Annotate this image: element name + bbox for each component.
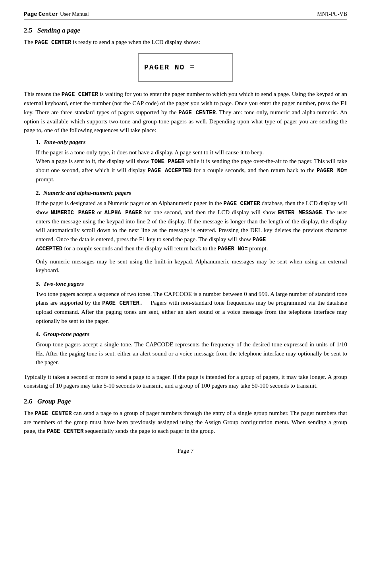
header-title: Page Center User Manual xyxy=(24,11,89,17)
section-26-body: The PAGE CENTER can send a page to a gro… xyxy=(24,409,347,436)
list-item-two-tone: 3. Two-tone pagers Two tone pagers accep… xyxy=(24,281,347,326)
list-item-numeric: 2. Numeric and alpha-numeric pagers If t… xyxy=(24,190,347,275)
header-doc-id: MNT-PC-VB xyxy=(317,11,347,17)
page-center-ref-6: PAGE CENTER xyxy=(35,410,72,417)
numeric-content: 2. Numeric and alpha-numeric pagers If t… xyxy=(24,190,347,275)
page-center-ref-1: PAGE CENTER xyxy=(35,39,71,46)
page-center-ref-4: PAGE CENTER xyxy=(224,200,260,207)
header-center-word: Center xyxy=(39,11,58,17)
tone-only-heading: 1. Tone-only pagers xyxy=(36,139,347,146)
alpha-pager-ref: ALPHA PAGER xyxy=(104,209,142,216)
section-26-heading: 2.6 Group Page xyxy=(24,398,347,405)
lcd-text: PAGER NO = xyxy=(144,63,195,71)
pager-no-ref-2: PAGER NO= xyxy=(218,246,248,252)
page-center-ref-5: PAGE CENTER. xyxy=(102,300,143,306)
two-tone-content: 3. Two-tone pagers Two tone pagers accep… xyxy=(24,281,347,326)
pager-type-list: 1. Tone-only pagers If the pager is a to… xyxy=(24,139,347,367)
page-center-ref-3: PAGE CENTER xyxy=(178,110,216,116)
section-25-heading: 2.5 Sending a page xyxy=(24,27,347,35)
section-25-closing: Typically it takes a second or more to s… xyxy=(24,373,347,390)
page-header: Page Center User Manual MNT-PC-VB xyxy=(24,11,347,19)
lcd-display: PAGER NO = xyxy=(138,53,233,82)
two-tone-body: Two tone pagers accept a sequence of two… xyxy=(36,290,347,326)
footer-page-number: Page 7 xyxy=(178,448,193,454)
page-footer: Page 7 xyxy=(24,448,347,454)
page-center-ref-7: PAGE CENTER xyxy=(47,428,83,434)
section-25-intro: The PAGE CENTER is ready to send a page … xyxy=(24,38,347,47)
tone-pager-ref: TONE PAGER xyxy=(151,158,184,165)
list-item-group-tone: 4. Group-tone pagers Group tone pagers a… xyxy=(24,331,347,367)
tone-only-body: If the pager is a tone-only type, it doe… xyxy=(36,148,347,184)
numeric-pager-ref: NUMERIC PAGER xyxy=(50,209,95,216)
group-tone-heading: 4. Group-tone pagers xyxy=(36,331,347,338)
header-page-word: Page xyxy=(24,11,37,17)
pager-no-ref-1: PAGER NO= xyxy=(317,167,347,174)
tone-only-content: 1. Tone-only pagers If the pager is a to… xyxy=(24,139,347,184)
numeric-body2: Only numeric messages may be sent using … xyxy=(36,257,347,275)
enter-message-ref: ENTER MESSAGE xyxy=(278,209,322,216)
group-tone-content: 4. Group-tone pagers Group tone pagers a… xyxy=(24,331,347,367)
list-item-tone-only: 1. Tone-only pagers If the pager is a to… xyxy=(24,139,347,184)
numeric-heading: 2. Numeric and alpha-numeric pagers xyxy=(36,190,347,196)
page-center-ref-2: PAGE CENTER xyxy=(62,91,98,98)
header-suffix: User Manual xyxy=(60,11,89,17)
section-26: 2.6 Group Page The PAGE CENTER can send … xyxy=(24,398,347,436)
numeric-body1: If the pager is designated as a Numeric … xyxy=(36,199,347,253)
page-accepted-ref-1: PAGE ACCEPTED xyxy=(147,167,191,174)
section-25-body1: This means the PAGE CENTER is waiting fo… xyxy=(24,90,347,135)
two-tone-heading: 3. Two-tone pagers xyxy=(36,281,347,287)
group-tone-body: Group tone pagers accept a single tone. … xyxy=(36,340,347,367)
section-25: 2.5 Sending a page The PAGE CENTER is re… xyxy=(24,27,347,390)
